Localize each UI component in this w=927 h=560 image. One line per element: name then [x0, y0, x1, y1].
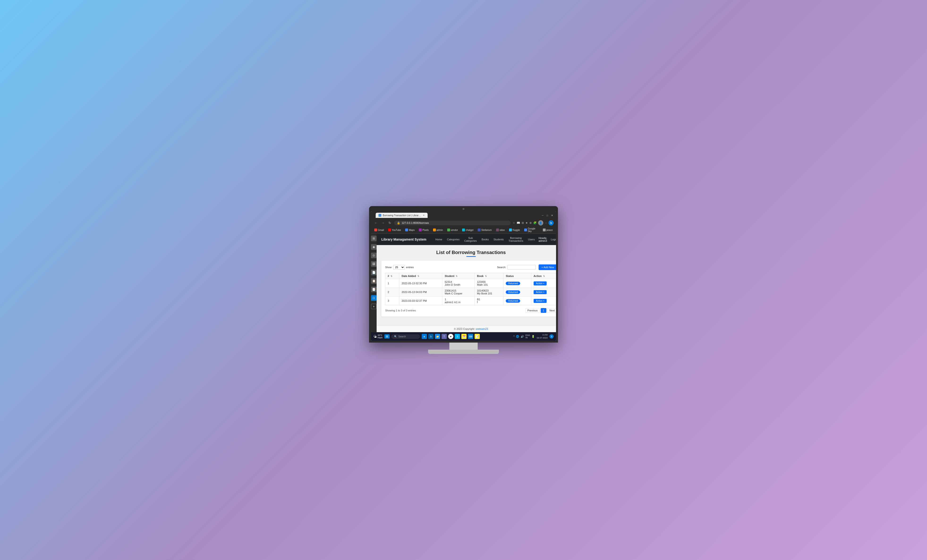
nav-students[interactable]: Students: [492, 237, 506, 242]
minimize-button[interactable]: ─: [541, 214, 544, 217]
bookmark-odoo[interactable]: odoo: [495, 228, 506, 232]
nav-subcategories[interactable]: Sub Categories: [462, 235, 479, 243]
row3-student: 1 admin1 m1 m: [442, 296, 474, 305]
taskbar-teams-icon[interactable]: T: [442, 334, 447, 339]
split-icon[interactable]: ⊞: [521, 221, 524, 225]
odoo-favicon-icon: [496, 229, 499, 231]
taskbar-app-icon-2[interactable]: 📁: [435, 334, 440, 339]
peace-favicon-icon: [543, 229, 546, 231]
sidebar-icon-6[interactable]: 📋: [371, 278, 377, 284]
sidebar-icon-3[interactable]: ⊙: [371, 253, 377, 258]
bookmark-kaggle[interactable]: Kaggle: [508, 228, 521, 232]
monitor-stand-neck: [449, 343, 478, 350]
row2-num: 2: [385, 288, 399, 296]
next-button[interactable]: Next: [547, 308, 556, 313]
nav-categories[interactable]: Categories: [445, 237, 461, 242]
row3-num: 3: [385, 296, 399, 305]
action-button-3[interactable]: Action: [533, 299, 547, 303]
bookmark-peace[interactable]: peace: [542, 228, 554, 232]
bing-icon[interactable]: b: [549, 220, 554, 225]
previous-button[interactable]: Previous: [525, 308, 540, 313]
tray-battery-icon[interactable]: 🔋: [532, 335, 535, 338]
page-title-area: List of Borrowing Transactions: [381, 250, 556, 257]
sidebar-icon-1[interactable]: ⊞: [371, 235, 377, 241]
show-entries-control: Show 25 50 100 entries: [385, 265, 414, 270]
youtube-favicon-icon: [388, 229, 391, 231]
sidebar-icon-7[interactable]: 📑: [371, 287, 377, 292]
app-navbar: Library Managament System Home Categorie…: [377, 234, 556, 245]
taskbar-app-icon-3[interactable]: 📅: [461, 334, 467, 339]
nav-logout[interactable]: Logout: [549, 237, 556, 242]
status-badge: Returned: [506, 282, 520, 285]
tab-close-icon[interactable]: ✕: [423, 214, 425, 217]
row3-book: B1 f: [474, 296, 503, 305]
bookmark-chatgpt[interactable]: chatgpt: [461, 228, 474, 232]
webpage: Library Managament System Home Categorie…: [377, 234, 556, 332]
browser-chrome: Borrowing Transaction List | Library Man…: [371, 211, 556, 234]
collections-icon[interactable]: ⊕: [529, 221, 532, 225]
col-student[interactable]: Student ⇅: [442, 273, 474, 279]
row1-num: 1: [385, 279, 399, 288]
page-title: List of Borrowing Transactions: [381, 250, 556, 255]
col-date[interactable]: Date Added ⇅: [399, 273, 442, 279]
sidebar-icon-4[interactable]: 🖼: [371, 261, 377, 267]
taskbar-sticky-icon[interactable]: 📝: [474, 334, 480, 339]
taskbar-app-icon-1[interactable]: b: [428, 334, 433, 339]
bookmark-gmail[interactable]: Gmail: [373, 228, 385, 232]
bookmark-youtube[interactable]: YouTube: [387, 228, 402, 232]
nav-users[interactable]: Users: [526, 237, 537, 242]
restore-button[interactable]: □: [546, 214, 549, 217]
sidebar-add-icon[interactable]: +: [371, 304, 377, 309]
entries-select[interactable]: 25 50 100: [393, 265, 405, 270]
search-input[interactable]: [508, 265, 536, 270]
tray-chevron-icon[interactable]: ^: [513, 335, 515, 338]
address-bar[interactable]: 🔒 127.0.0.1:8000/borrows: [394, 221, 511, 225]
favorites-icon[interactable]: ★: [525, 221, 528, 225]
taskbar-edge-icon[interactable]: e: [422, 334, 427, 339]
taskbar-search-input[interactable]: 🔍 Search: [392, 335, 420, 338]
tray-sound-icon[interactable]: 🔊: [521, 335, 524, 338]
search-label: Search:: [497, 266, 506, 269]
add-new-button[interactable]: + Add New: [539, 264, 556, 270]
sidebar-icon-8[interactable]: ⊡: [371, 295, 377, 301]
action-button-2[interactable]: Action: [533, 290, 547, 294]
sidebar-icon-2[interactable]: ◉: [371, 244, 377, 250]
col-status[interactable]: Status: [503, 273, 531, 279]
nav-borrowing[interactable]: Borrowing Transactions: [506, 235, 525, 243]
table-card: Show 25 50 100 entries: [381, 261, 556, 317]
star-icon[interactable]: ☆: [513, 221, 515, 225]
row2-action: Action: [531, 288, 556, 296]
refresh-button[interactable]: ↻: [388, 220, 392, 225]
tray-network-icon[interactable]: 🌐: [516, 335, 519, 338]
nav-home[interactable]: Home: [433, 237, 444, 242]
back-button[interactable]: ←: [373, 220, 378, 225]
bookmark-stellarium[interactable]: Stellarium: [477, 228, 492, 232]
extensions-icon[interactable]: 🧩: [533, 221, 537, 225]
col-num[interactable]: # ⇅: [385, 273, 399, 279]
reading-icon[interactable]: 📖: [517, 221, 520, 225]
footer-link[interactable]: oretnom23: [476, 328, 488, 330]
taskbar-weather: 🌤 33°CHaze: [373, 334, 383, 339]
bookmark-vendor[interactable]: vendor: [446, 228, 459, 232]
taskbar-chrome-icon[interactable]: ●: [448, 334, 453, 339]
close-button[interactable]: ✕: [550, 214, 554, 217]
bookmark-maps[interactable]: Maps: [404, 228, 415, 232]
bookmark-pixels[interactable]: Pixels: [418, 228, 430, 232]
taskbar-skype-icon[interactable]: S: [455, 334, 460, 339]
taskbar-vscode-icon[interactable]: ⌨: [468, 334, 473, 339]
bookmark-admin[interactable]: admin: [432, 228, 444, 232]
page-1-button[interactable]: 1: [541, 308, 546, 313]
action-button-1[interactable]: Action: [533, 281, 547, 285]
more-icon[interactable]: ···: [545, 221, 547, 225]
col-action[interactable]: Action ⇅: [531, 273, 556, 279]
profile-icon[interactable]: 👤: [538, 220, 543, 225]
bookmark-googlesky[interactable]: Google Sky: [523, 227, 539, 233]
row2-status: Returned: [503, 288, 531, 296]
browser-tab[interactable]: Borrowing Transaction List | Library Man…: [376, 213, 428, 218]
start-button[interactable]: ⊞: [384, 334, 390, 338]
notification-icon[interactable]: 1: [549, 334, 554, 338]
col-book[interactable]: Book ⇅: [474, 273, 503, 279]
nav-books[interactable]: Books: [480, 237, 491, 242]
sidebar-icon-5[interactable]: 📄: [371, 270, 377, 275]
forward-button[interactable]: →: [380, 220, 386, 225]
